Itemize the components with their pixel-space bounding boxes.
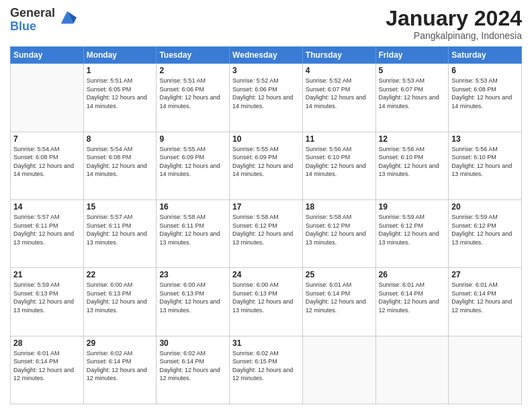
day-number: 8 xyxy=(87,134,154,144)
calendar-cell: 5Sunrise: 5:53 AMSunset: 6:07 PMDaylight… xyxy=(375,64,449,132)
calendar-header-friday: Friday xyxy=(375,47,449,64)
calendar-week-2: 7Sunrise: 5:54 AMSunset: 6:08 PMDaylight… xyxy=(11,132,522,199)
day-number: 9 xyxy=(159,134,226,144)
day-info: Sunrise: 5:58 AMSunset: 6:11 PMDaylight:… xyxy=(159,213,226,246)
day-info: Sunrise: 5:56 AMSunset: 6:10 PMDaylight:… xyxy=(379,145,446,179)
day-info: Sunrise: 5:56 AMSunset: 6:10 PMDaylight:… xyxy=(451,145,519,179)
calendar-week-5: 28Sunrise: 6:01 AMSunset: 6:14 PMDayligh… xyxy=(11,336,522,404)
logo-text: General Blue xyxy=(10,7,55,34)
calendar-cell: 18Sunrise: 5:58 AMSunset: 6:12 PMDayligh… xyxy=(302,199,375,267)
calendar-cell: 20Sunrise: 5:59 AMSunset: 6:12 PMDayligh… xyxy=(449,199,522,267)
day-number: 2 xyxy=(159,66,226,75)
calendar-header-sunday: Sunday xyxy=(11,47,84,64)
calendar-cell xyxy=(375,336,449,404)
day-info: Sunrise: 6:02 AMSunset: 6:14 PMDaylight:… xyxy=(87,349,154,383)
calendar-cell: 11Sunrise: 5:56 AMSunset: 6:10 PMDayligh… xyxy=(302,132,375,199)
logo: General Blue xyxy=(10,7,77,34)
day-info: Sunrise: 5:57 AMSunset: 6:11 PMDaylight:… xyxy=(87,213,154,246)
day-number: 11 xyxy=(306,134,373,144)
day-info: Sunrise: 6:01 AMSunset: 6:14 PMDaylight:… xyxy=(13,349,81,383)
day-info: Sunrise: 5:59 AMSunset: 6:12 PMDaylight:… xyxy=(379,213,446,246)
day-info: Sunrise: 6:02 AMSunset: 6:15 PMDaylight:… xyxy=(232,349,300,383)
calendar-header-monday: Monday xyxy=(83,47,157,64)
day-info: Sunrise: 5:51 AMSunset: 6:05 PMDaylight:… xyxy=(87,77,154,110)
calendar-week-1: 1Sunrise: 5:51 AMSunset: 6:05 PMDaylight… xyxy=(11,64,522,132)
calendar-cell: 27Sunrise: 6:01 AMSunset: 6:14 PMDayligh… xyxy=(449,268,522,336)
day-number: 12 xyxy=(379,134,446,144)
calendar-cell: 6Sunrise: 5:53 AMSunset: 6:08 PMDaylight… xyxy=(449,64,522,132)
day-number: 6 xyxy=(451,66,519,75)
day-number: 26 xyxy=(379,270,446,279)
day-number: 25 xyxy=(306,270,373,279)
day-info: Sunrise: 6:00 AMSunset: 6:13 PMDaylight:… xyxy=(232,281,300,314)
day-info: Sunrise: 5:57 AMSunset: 6:11 PMDaylight:… xyxy=(13,213,81,246)
day-info: Sunrise: 5:58 AMSunset: 6:12 PMDaylight:… xyxy=(306,213,373,246)
calendar-cell: 30Sunrise: 6:02 AMSunset: 6:14 PMDayligh… xyxy=(157,336,230,404)
day-number: 16 xyxy=(159,202,226,212)
calendar-cell: 17Sunrise: 5:58 AMSunset: 6:12 PMDayligh… xyxy=(230,199,303,267)
day-number: 10 xyxy=(232,134,300,144)
calendar-cell: 4Sunrise: 5:52 AMSunset: 6:07 PMDaylight… xyxy=(302,64,375,132)
day-number: 7 xyxy=(13,134,81,144)
day-number: 4 xyxy=(306,66,373,75)
calendar-cell: 19Sunrise: 5:59 AMSunset: 6:12 PMDayligh… xyxy=(375,199,449,267)
day-info: Sunrise: 6:00 AMSunset: 6:13 PMDaylight:… xyxy=(87,281,154,314)
day-number: 19 xyxy=(379,202,446,212)
day-info: Sunrise: 5:58 AMSunset: 6:12 PMDaylight:… xyxy=(232,213,300,246)
calendar-cell: 22Sunrise: 6:00 AMSunset: 6:13 PMDayligh… xyxy=(83,268,157,336)
calendar-header-wednesday: Wednesday xyxy=(230,47,303,64)
day-number: 1 xyxy=(87,66,154,75)
day-number: 27 xyxy=(451,270,519,279)
logo-icon xyxy=(58,8,77,27)
day-info: Sunrise: 5:55 AMSunset: 6:09 PMDaylight:… xyxy=(159,145,226,179)
main-title: January 2024 xyxy=(386,7,522,30)
calendar-cell: 3Sunrise: 5:52 AMSunset: 6:06 PMDaylight… xyxy=(230,64,303,132)
calendar-cell xyxy=(449,336,522,404)
calendar-cell: 14Sunrise: 5:57 AMSunset: 6:11 PMDayligh… xyxy=(11,199,84,267)
day-info: Sunrise: 5:53 AMSunset: 6:08 PMDaylight:… xyxy=(451,77,519,110)
logo-blue: Blue xyxy=(10,20,55,34)
calendar-cell: 9Sunrise: 5:55 AMSunset: 6:09 PMDaylight… xyxy=(157,132,230,199)
calendar-cell: 25Sunrise: 6:01 AMSunset: 6:14 PMDayligh… xyxy=(302,268,375,336)
subtitle: Pangkalpinang, Indonesia xyxy=(386,30,522,41)
day-number: 18 xyxy=(306,202,373,212)
day-number: 31 xyxy=(232,338,300,348)
calendar-cell: 8Sunrise: 5:54 AMSunset: 6:08 PMDaylight… xyxy=(83,132,157,199)
day-info: Sunrise: 5:54 AMSunset: 6:08 PMDaylight:… xyxy=(13,145,81,179)
calendar-cell: 29Sunrise: 6:02 AMSunset: 6:14 PMDayligh… xyxy=(83,336,157,404)
calendar-cell: 10Sunrise: 5:55 AMSunset: 6:09 PMDayligh… xyxy=(230,132,303,199)
day-number: 5 xyxy=(379,66,446,75)
page: General Blue January 2024 Pangkalpinang,… xyxy=(0,0,532,411)
day-number: 17 xyxy=(232,202,300,212)
day-info: Sunrise: 5:51 AMSunset: 6:06 PMDaylight:… xyxy=(159,77,226,110)
day-number: 21 xyxy=(13,270,81,279)
calendar-cell: 1Sunrise: 5:51 AMSunset: 6:05 PMDaylight… xyxy=(83,64,157,132)
day-info: Sunrise: 5:55 AMSunset: 6:09 PMDaylight:… xyxy=(232,145,300,179)
calendar-week-3: 14Sunrise: 5:57 AMSunset: 6:11 PMDayligh… xyxy=(11,199,522,267)
day-info: Sunrise: 6:01 AMSunset: 6:14 PMDaylight:… xyxy=(451,281,519,314)
calendar-cell: 21Sunrise: 5:59 AMSunset: 6:13 PMDayligh… xyxy=(11,268,84,336)
calendar-header-thursday: Thursday xyxy=(302,47,375,64)
calendar-header-saturday: Saturday xyxy=(449,47,522,64)
day-number: 14 xyxy=(13,202,81,212)
day-info: Sunrise: 5:52 AMSunset: 6:07 PMDaylight:… xyxy=(306,77,373,110)
day-number: 29 xyxy=(87,338,154,348)
calendar: SundayMondayTuesdayWednesdayThursdayFrid… xyxy=(10,46,522,404)
day-info: Sunrise: 5:53 AMSunset: 6:07 PMDaylight:… xyxy=(379,77,446,110)
calendar-week-4: 21Sunrise: 5:59 AMSunset: 6:13 PMDayligh… xyxy=(11,268,522,336)
calendar-cell: 28Sunrise: 6:01 AMSunset: 6:14 PMDayligh… xyxy=(11,336,84,404)
calendar-cell xyxy=(11,64,84,132)
calendar-cell: 23Sunrise: 6:00 AMSunset: 6:13 PMDayligh… xyxy=(157,268,230,336)
day-info: Sunrise: 5:59 AMSunset: 6:12 PMDaylight:… xyxy=(451,213,519,246)
day-info: Sunrise: 5:54 AMSunset: 6:08 PMDaylight:… xyxy=(87,145,154,179)
day-number: 24 xyxy=(232,270,300,279)
day-info: Sunrise: 6:01 AMSunset: 6:14 PMDaylight:… xyxy=(379,281,446,314)
calendar-header-row: SundayMondayTuesdayWednesdayThursdayFrid… xyxy=(11,47,522,64)
calendar-header-tuesday: Tuesday xyxy=(157,47,230,64)
day-number: 23 xyxy=(159,270,226,279)
calendar-cell: 13Sunrise: 5:56 AMSunset: 6:10 PMDayligh… xyxy=(449,132,522,199)
day-info: Sunrise: 6:01 AMSunset: 6:14 PMDaylight:… xyxy=(306,281,373,314)
logo-general: General xyxy=(10,7,55,20)
day-number: 3 xyxy=(232,66,300,75)
day-info: Sunrise: 5:56 AMSunset: 6:10 PMDaylight:… xyxy=(306,145,373,179)
